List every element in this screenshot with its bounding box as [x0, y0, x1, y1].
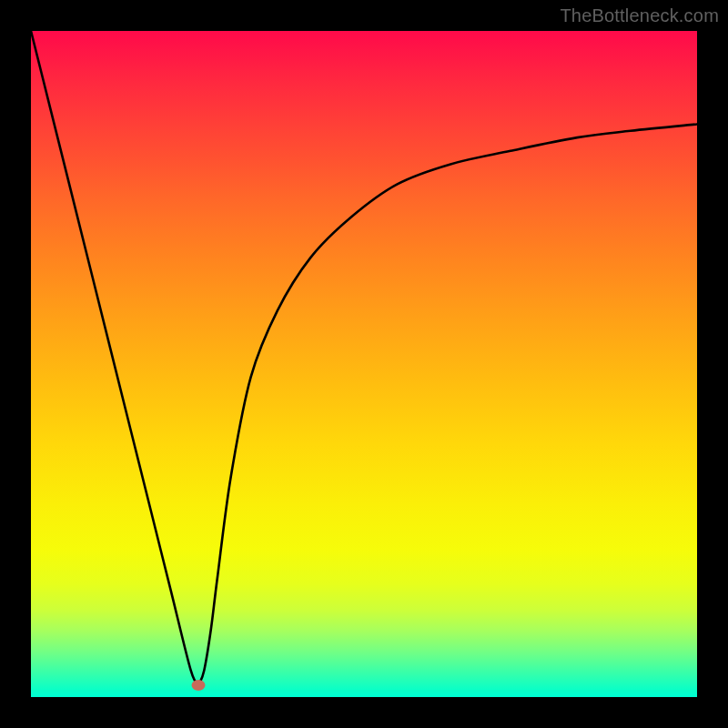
- chart-frame: TheBottleneck.com: [0, 0, 728, 728]
- bottleneck-curve: [31, 31, 697, 697]
- optimal-marker: [192, 680, 206, 691]
- plot-area: [31, 31, 697, 697]
- watermark-text: TheBottleneck.com: [560, 5, 719, 26]
